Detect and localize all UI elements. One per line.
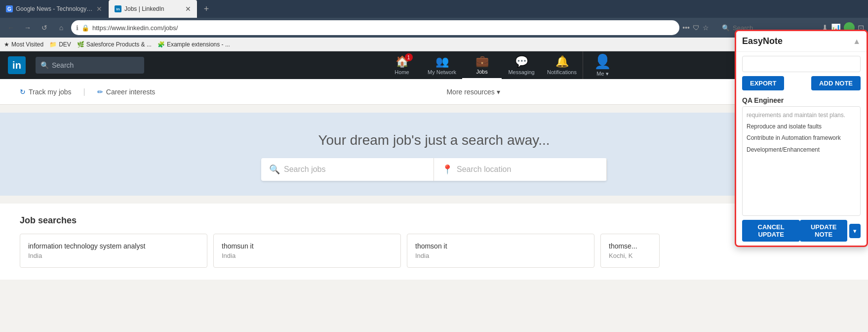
career-interests-icon: ✏ [97,88,103,96]
add-note-button[interactable]: ADD NOTE [811,76,861,90]
note-content: requirements and maintain test plans. Re… [742,106,861,216]
jobs-nav-icon: 💼 [475,55,489,68]
my-network-nav-label: My Network [428,69,456,75]
easynote-header: EasyNote ▲ [736,31,867,52]
career-interests-button[interactable]: ✏ Career interests [97,88,156,96]
google-favicon-icon: G [6,5,13,12]
my-network-nav-icon: 👥 [435,55,449,68]
home-nav-icon: 🏠1 [395,55,409,68]
note-line-1: Reproduce and isolate faults [747,121,856,132]
export-button[interactable]: EXPORT [742,76,784,90]
job-card-3[interactable]: thomse... Kochi, K [600,234,660,268]
salesforce-label: Salesforce Products & ... [86,41,152,48]
home-button[interactable]: ⌂ [54,21,68,35]
easynote-panel: EasyNote ▲ EXPORT ADD NOTE QA Engineer r… [735,30,868,247]
extensions-bookmark[interactable]: 🧩 Example extensions - ... [158,41,230,48]
bookmark-icon[interactable]: ☆ [703,24,709,32]
job-searches-title: Job searches [20,215,77,226]
search-location-field[interactable]: 📍 [434,158,607,181]
google-news-tab-close-icon[interactable]: ✕ [96,5,102,13]
track-my-jobs-button[interactable]: ↻ Track my jobs [20,88,72,96]
search-location-input[interactable] [457,165,598,174]
me-nav-icon: 👤 [594,53,611,70]
easynote-collapse-icon[interactable]: ▲ [853,37,861,46]
more-options-icon[interactable]: ••• [682,24,690,32]
home-badge: 1 [405,53,413,61]
cancel-update-button[interactable]: CANCEL UPDATE [742,220,800,242]
job-card-2-title: thomson it [415,242,586,250]
job-card-0-subtitle: India [28,252,199,259]
url-display: https://www.linkedin.com/jobs/ [92,24,674,32]
pocket-icon[interactable]: 🛡 [693,24,700,32]
job-searches-header: Job searches Manage Alerts → [20,215,848,226]
hero-search: 🔍 📍 [261,158,607,181]
notifications-nav-label: Notifications [547,69,577,75]
linkedin-tab-title: Jobs | LinkedIn [124,5,182,12]
more-resources-chevron-icon: ▾ [497,88,500,96]
career-interests-label: Career interests [106,88,156,96]
nav-messaging[interactable]: 💬 Messaging [502,51,541,79]
nav-notifications[interactable]: 🔔 Notifications [541,51,583,79]
new-tab-button[interactable]: + [197,0,215,18]
location-pin-icon: 📍 [442,164,453,175]
me-nav-label: Me ▾ [596,71,608,77]
search-icon: 🔍 [722,24,730,32]
forward-button[interactable]: → [21,21,35,35]
update-note-dropdown-button[interactable]: ▾ [849,224,861,238]
more-resources-label: More resources [446,88,494,96]
job-card-2[interactable]: thomson it India [407,234,594,268]
toolbar-separator-1: | [83,87,85,96]
address-bar[interactable]: ℹ 🔒 https://www.linkedin.com/jobs/ [71,20,679,35]
track-jobs-label: Track my jobs [29,88,72,96]
most-visited-icon: ★ [4,41,9,48]
most-visited-bookmark[interactable]: ★ Most Visited [4,41,43,48]
linkedin-logo: in [8,56,26,74]
easynote-title: EasyNote [742,36,783,46]
note-line-0: requirements and maintain test plans. [747,110,856,121]
notifications-nav-icon: 🔔 [555,55,569,68]
linkedin-favicon-icon: in [115,5,121,12]
nav-me[interactable]: 👤 Me ▾ [583,51,622,79]
job-card-1-title: thomsun it [222,242,393,250]
job-card-1[interactable]: thomsun it India [213,234,401,268]
search-jobs-field[interactable]: 🔍 [261,158,434,181]
more-resources-button[interactable]: More resources ▾ [446,88,500,96]
home-nav-label: Home [395,69,409,75]
info-icon: ℹ [76,24,79,32]
linkedin-tab-close-icon[interactable]: ✕ [185,5,191,13]
note-update-action-buttons: CANCEL UPDATE UPDATE NOTE ▾ [736,216,867,246]
tab-linkedin[interactable]: in Jobs | LinkedIn ✕ [109,0,197,18]
google-news-tab-title: Google News - Technology - L... [16,5,93,12]
job-card-2-subtitle: India [415,252,586,259]
dev-label: DEV [59,41,71,48]
nav-jobs[interactable]: 💼 Jobs [462,51,502,79]
lock-icon: 🔒 [81,24,89,32]
easynote-search-input[interactable] [742,56,861,72]
messaging-nav-icon: 💬 [515,55,528,68]
job-card-3-subtitle: Kochi, K [609,252,651,259]
note-title: QA Engineer [736,94,867,106]
job-card-1-subtitle: India [222,252,393,259]
messaging-nav-label: Messaging [508,69,534,75]
job-cards-list: information technology system analyst In… [20,234,848,268]
extensions-bookmark-icon: 🧩 [158,41,165,48]
back-button[interactable]: ← [4,21,18,35]
nav-home[interactable]: 🏠1 Home [382,51,422,79]
job-card-3-title: thomse... [609,242,651,250]
nav-search-input[interactable] [52,61,139,69]
update-note-button[interactable]: UPDATE NOTE [800,220,847,242]
search-jobs-icon: 🔍 [269,164,280,175]
job-card-0[interactable]: information technology system analyst In… [20,234,207,268]
salesforce-icon: 🌿 [77,41,84,48]
reload-button[interactable]: ↺ [38,21,51,35]
salesforce-bookmark[interactable]: 🌿 Salesforce Products & ... [77,41,152,48]
job-card-0-title: information technology system analyst [28,242,199,250]
easynote-action-buttons: EXPORT ADD NOTE [736,72,867,94]
dev-bookmark[interactable]: 📁 DEV [49,41,71,48]
search-jobs-input[interactable] [284,165,426,174]
nav-my-network[interactable]: 👥 My Network [422,51,462,79]
tab-google-news[interactable]: G Google News - Technology - L... ✕ [0,0,109,18]
extensions-label: Example extensions - ... [167,41,230,48]
track-jobs-icon: ↻ [20,88,26,96]
nav-search-bar[interactable]: 🔍 [36,57,144,74]
